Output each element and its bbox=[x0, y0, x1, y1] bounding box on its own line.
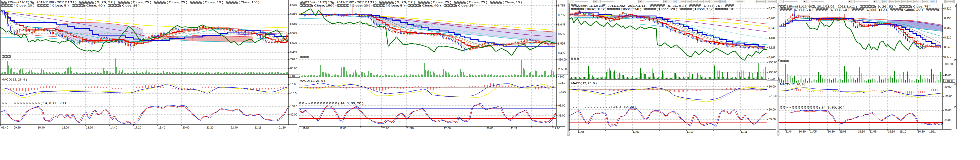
svg-text:18:40: 18:40 bbox=[158, 126, 165, 129]
svg-text:8,585: 8,585 bbox=[768, 36, 775, 39]
svg-text:-14.00: -14.00 bbox=[558, 90, 566, 93]
svg-text:225mini 11/12( 5: 225mini 11/12( 5 bbox=[8, 1, 32, 4]
svg-text:10:40: 10:40 bbox=[38, 126, 45, 129]
svg-text:11/11: 11/11 bbox=[255, 126, 261, 129]
svg-text:( Close, 5 ): ( Close, 5 ) bbox=[49, 4, 72, 7]
svg-text:( Close, 75 ): ( Close, 75 ) bbox=[431, 1, 455, 4]
svg-text:( Close, 40 ): ( Close, 40 ) bbox=[420, 4, 444, 7]
svg-text:8,470: 8,470 bbox=[944, 55, 951, 58]
svg-text:14:40: 14:40 bbox=[110, 126, 117, 129]
svg-text:( 14, 3, 80, 20 ): ( 14, 3, 80, 20 ) bbox=[338, 102, 363, 105]
svg-text:8,540: 8,540 bbox=[944, 46, 951, 49]
svg-text:11/09: 11/09 bbox=[633, 130, 640, 133]
svg-text:12:00: 12:00 bbox=[339, 127, 347, 130]
svg-text:8,705: 8,705 bbox=[768, 17, 775, 20]
svg-text:16:30: 16:30 bbox=[828, 130, 835, 133]
svg-text:35.00: 35.00 bbox=[769, 118, 776, 121]
svg-text:11/08: 11/08 bbox=[578, 130, 584, 133]
svg-text:× 1000: × 1000 bbox=[945, 79, 953, 82]
svg-text:250.00: 250.00 bbox=[769, 71, 777, 74]
svg-text:100.0: 100.0 bbox=[290, 105, 297, 108]
svg-text:( Close, 150 ): ( Close, 150 ) bbox=[619, 8, 644, 11]
svg-text:01:20: 01:20 bbox=[279, 126, 286, 129]
svg-text:12:00: 12:00 bbox=[62, 126, 69, 129]
svg-text:MACD( 12, 26, 9 ): MACD( 12, 26, 9 ) bbox=[2, 78, 27, 81]
svg-text:21:20: 21:20 bbox=[207, 126, 213, 129]
svg-text:8,465: 8,465 bbox=[290, 51, 297, 54]
svg-text:220.0: 220.0 bbox=[290, 58, 297, 61]
svg-text:8,585: 8,585 bbox=[558, 33, 565, 35]
svg-text:, 2011/11/02 - 2011/11/11 ): , 2011/11/02 - 2011/11/11 ) bbox=[606, 4, 651, 7]
svg-text:225mini 11/12( 15: 225mini 11/12( 15 bbox=[306, 1, 331, 4]
svg-text:( Cl: ( Cl bbox=[727, 8, 733, 11]
svg-text:8,585: 8,585 bbox=[290, 22, 297, 25]
svg-text:8,665: 8,665 bbox=[290, 3, 297, 6]
svg-text:22:40: 22:40 bbox=[231, 126, 238, 129]
svg-text:( 14, 3, 80, 20 ): ( 14, 3, 80, 20 ) bbox=[40, 101, 66, 105]
svg-text:11/11: 11/11 bbox=[741, 130, 747, 133]
svg-text:8,765: 8,765 bbox=[558, 4, 565, 7]
svg-text:8,545: 8,545 bbox=[290, 32, 297, 35]
svg-text:10.00: 10.00 bbox=[769, 85, 776, 88]
svg-text:09:20: 09:20 bbox=[14, 126, 21, 129]
svg-text:-10.5: -10.5 bbox=[290, 92, 296, 95]
svg-text:205.00: 205.00 bbox=[558, 68, 567, 71]
svg-text:16:30: 16:30 bbox=[799, 130, 806, 133]
svg-text:, 2011/11/02 - 2011/11/11 ): , 2011/11/02 - 2011/11/11 ) bbox=[815, 5, 860, 8]
svg-text:16:30: 16:30 bbox=[918, 130, 925, 133]
svg-text:16:30: 16:30 bbox=[858, 130, 865, 133]
svg-text:11/05: 11/05 bbox=[810, 130, 817, 133]
svg-text:( Close, 5 ): ( Close, 5 ) bbox=[385, 4, 408, 7]
svg-text:( 14, 3, 80, 20 ): ( 14, 3, 80, 20 ) bbox=[611, 105, 636, 108]
svg-text:( Close, 75 ): ( Close, 75 ) bbox=[167, 1, 191, 4]
svg-text:95.00: 95.00 bbox=[558, 104, 565, 107]
svg-text:20:00: 20:00 bbox=[487, 127, 493, 130]
svg-text:90.00: 90.00 bbox=[769, 108, 776, 111]
svg-text:, 2011/11/08 - 2011/11/11 ): , 2011/11/08 - 2011/11/11 ) bbox=[35, 1, 80, 4]
svg-text:02:40: 02:40 bbox=[1, 126, 8, 129]
svg-text:( Close, 20 ): ( Close, 20 ) bbox=[902, 8, 926, 11]
svg-text:× 100: × 100 bbox=[768, 77, 775, 80]
svg-text:16:30: 16:30 bbox=[888, 130, 895, 133]
svg-text:20:00: 20:00 bbox=[183, 126, 189, 129]
svg-text:12:00: 12:00 bbox=[553, 127, 560, 130]
svg-text:( Close, 150 ): ( Close, 150 ) bbox=[312, 4, 337, 7]
svg-text:MACD( 12, 26, 9 ): MACD( 12, 26, 9 ) bbox=[299, 79, 325, 82]
svg-text:225mini 11/12( 60: 225mini 11/12( 60 bbox=[786, 5, 812, 8]
svg-text:8,525: 8,525 bbox=[768, 46, 775, 49]
svg-text:MACD( 12, 26, 9 ): MACD( 12, 26, 9 ) bbox=[571, 82, 597, 85]
svg-text:11/11: 11/11 bbox=[929, 130, 936, 133]
svg-text:( Close, 150 ): ( Close, 150 ) bbox=[239, 1, 259, 4]
svg-text:11/10: 11/10 bbox=[407, 127, 414, 130]
svg-text:11/09: 11/09 bbox=[302, 127, 309, 130]
svg-text:100.00: 100.00 bbox=[945, 62, 953, 65]
svg-text:8,645: 8,645 bbox=[558, 23, 565, 26]
svg-text:85.00: 85.00 bbox=[290, 67, 297, 70]
svg-text:12:00: 12:00 bbox=[444, 127, 451, 130]
svg-text:× 100: × 100 bbox=[557, 75, 564, 78]
svg-text:17:20: 17:20 bbox=[134, 126, 141, 129]
svg-text:11/10: 11/10 bbox=[899, 130, 906, 133]
svg-text:( Close, 75 ): ( Close, 75 ) bbox=[792, 8, 816, 11]
svg-text:( 9, 26, 52 ): ( 9, 26, 52 ) bbox=[875, 5, 899, 8]
svg-text:, 2011/11/02 - 2011/11/11 ): , 2011/11/02 - 2011/11/11 ) bbox=[334, 1, 380, 4]
svg-text:MACD( 12, 26, 9 ): MACD( 12, 26, 9 ) bbox=[780, 83, 805, 86]
svg-text:8,525: 8,525 bbox=[558, 42, 565, 45]
svg-text:16.0: 16.0 bbox=[290, 83, 296, 86]
svg-text:750.00: 750.00 bbox=[769, 61, 777, 64]
svg-text:11/09: 11/09 bbox=[870, 130, 877, 133]
svg-text:225mini 11/12( 30: 225mini 11/12( 30 bbox=[577, 4, 603, 7]
svg-text:20:00: 20:00 bbox=[382, 127, 389, 130]
svg-text:13:20: 13:20 bbox=[86, 126, 93, 129]
svg-text:( Close, 20 ): ( Close, 20 ) bbox=[350, 4, 374, 7]
svg-text:( Close, 20 ): ( Close, 20 ) bbox=[657, 8, 681, 11]
svg-text:8,750: 8,750 bbox=[944, 17, 951, 20]
svg-text:( Close, 25 ): ( Close, 25 ) bbox=[456, 4, 476, 7]
svg-text:-30.00: -30.00 bbox=[945, 95, 952, 98]
svg-text:8,625: 8,625 bbox=[290, 13, 297, 16]
svg-text:8,770: 8,770 bbox=[768, 7, 775, 10]
svg-text:8,680: 8,680 bbox=[944, 26, 951, 29]
svg-text:( Close, 75 ): ( Close, 75 ) bbox=[466, 1, 490, 4]
svg-text:11/04: 11/04 bbox=[786, 130, 792, 133]
svg-text:( Close, 75 ): ( Close, 75 ) bbox=[130, 1, 154, 4]
